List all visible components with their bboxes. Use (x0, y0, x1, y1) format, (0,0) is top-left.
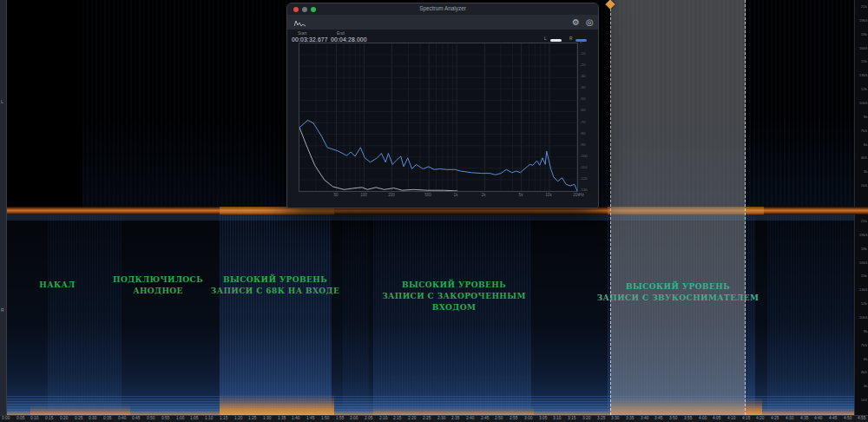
timeline-label: 2:55 (510, 416, 517, 420)
frequency-ruler-label: 15k (861, 59, 867, 63)
timeline-label: 3:50 (669, 416, 677, 420)
db-tick-label: -130 (580, 188, 588, 192)
db-tick-label: -10 (580, 51, 585, 56)
minimize-button[interactable] (302, 7, 307, 12)
timeline-label: 0:45 (132, 416, 140, 420)
frequency-tick-label: 10k (545, 193, 551, 197)
spectrum-plot-canvas (299, 43, 577, 191)
timeline-label: 2:20 (408, 416, 416, 420)
timeline-label: 1:05 (190, 416, 198, 420)
timeline-label: 2:05 (365, 416, 372, 420)
frequency-ruler-bottom[interactable]: 21k19k518k16k515k13k512k10k59k7k56k4k53k… (854, 214, 868, 415)
timeline-label: 3:35 (626, 416, 634, 420)
timeline-label: 0:10 (30, 416, 38, 420)
timeline-label: 3:25 (597, 416, 605, 420)
timeline-label: 0:25 (75, 416, 82, 420)
annotation-line: ЗАПИСИ С ЗАКОРОЧЕННЫМ (382, 291, 526, 302)
timeline-label: 3:55 (684, 416, 692, 420)
timeline-label: 4:20 (756, 416, 764, 420)
end-label: End (337, 31, 345, 36)
frequency-ruler-label: 13k5 (858, 73, 867, 77)
frequency-ruler-label: 12k (861, 301, 867, 306)
timeline-ruler[interactable]: 0:000:050:100:150:200:250:300:350:400:45… (0, 415, 868, 422)
timeline-label: 0:20 (60, 416, 68, 420)
spectrogram-energy-band (767, 214, 868, 415)
spectrogram-energy-band (343, 214, 369, 415)
timeline-label: 3:05 (539, 416, 547, 420)
frequency-tick-label: 500 (424, 193, 431, 197)
db-tick-label: -70 (580, 120, 585, 124)
timeline-label: 2:25 (423, 416, 431, 420)
frequency-ruler-label: 9k (863, 115, 867, 119)
frequency-tick-label: 5k (518, 193, 523, 197)
legend-left-label[interactable]: L (544, 36, 547, 41)
annotation-label: ПОДКЛЮЧИЛОСЬАНОДНОЕ (113, 274, 203, 297)
timeline-label: 3:40 (641, 416, 648, 420)
annotation-line: ВХОДОМ (382, 302, 526, 313)
frequency-ruler-label: 18k (861, 32, 867, 36)
frequency-ruler-label: 10k5 (858, 101, 867, 105)
annotation-line: ВЫСОКИЙ УРОВЕНЬ (597, 281, 760, 293)
frequency-ruler-top[interactable]: 21k19k518k16k515k13k512k10k59k7k56k4k53k… (854, 0, 868, 207)
timeline-label: 0:55 (161, 416, 169, 420)
timeline-label: 1:25 (248, 416, 256, 420)
frequency-ruler-label: 6k (863, 357, 867, 361)
frequency-ruler-label: 1k5 (861, 398, 867, 402)
faint-spectral-streaks (82, 0, 291, 207)
frequency-ruler-label: 9k (863, 329, 867, 333)
timeline-label: 3:20 (582, 416, 590, 420)
close-button[interactable] (293, 7, 299, 12)
settings-gear-icon[interactable]: ⚙ (572, 16, 580, 29)
frequency-ruler-label: 7k5 (861, 343, 867, 347)
hz-unit-label: Hz (579, 193, 584, 197)
spectrum-curve-l (299, 128, 457, 191)
db-tick-label: -60 (580, 108, 585, 112)
snapshot-icon[interactable]: ◎ (586, 16, 594, 29)
timeline-label: 2:45 (481, 416, 489, 420)
timeline-label: 1:35 (278, 416, 286, 420)
time-selection-region[interactable] (610, 0, 746, 415)
timeline-label: 3:45 (654, 416, 662, 420)
spectrum-analyzer-window: Spectrum Analyzer ⚙ ◎ Start 00:03:32.677… (286, 3, 599, 208)
timeline-label: 2:10 (379, 416, 387, 420)
timeline-label: 4:25 (771, 416, 779, 420)
window-title: Spectrum Analyzer (319, 6, 567, 12)
frequency-ruler-label: 10k5 (858, 315, 867, 320)
timeline-label: 3:15 (568, 416, 575, 420)
annotation-line: ВЫСОКИЙ УРОВЕНЬ (382, 280, 526, 291)
frequency-ruler-label: 18k (861, 247, 867, 251)
db-tick-label: -20 (580, 63, 585, 67)
timeline-label: 1:45 (306, 416, 314, 420)
timeline-label: 4:05 (713, 416, 720, 420)
frequency-tick-label: 2k (482, 193, 486, 197)
timeline-label: 4:40 (814, 416, 822, 420)
timeline-label: 4:55 (858, 416, 865, 420)
frequency-ruler-label: 6k (863, 142, 867, 147)
timeline-label: 0:40 (118, 416, 126, 420)
audio-editor-app: L R 21k19k518k16k515k13k512k10k59k7k56k4… (0, 0, 868, 422)
annotation-line: НАКАЛ (39, 280, 75, 291)
timeline-label: 1:30 (263, 416, 271, 420)
timeline-label: 4:10 (727, 416, 735, 420)
spectrum-curve-r (299, 120, 577, 191)
frequency-ruler-label: 19k5 (858, 233, 867, 237)
spectrum-plot (299, 43, 578, 192)
timeline-label: 3:00 (524, 416, 532, 420)
db-tick-label: -90 (580, 142, 585, 147)
legend-right-label[interactable]: R (569, 36, 572, 41)
frequency-tick-label: 50 (333, 193, 338, 197)
frequency-ruler-label: 4k5 (861, 370, 867, 374)
window-titlebar[interactable]: Spectrum Analyzer (287, 3, 598, 16)
channel-label-right: R (1, 307, 4, 313)
frequency-ruler-label: 12k (861, 87, 867, 91)
frequency-tick-label: 200 (388, 193, 395, 197)
timeline-label: 1:40 (292, 416, 299, 420)
frequency-ruler-label: 16k5 (858, 46, 867, 50)
timeline-label: 4:15 (742, 416, 750, 420)
frequency-ruler-label: 13k5 (858, 287, 867, 292)
legend-left-swatch[interactable] (550, 39, 562, 42)
timeline-label: 0:15 (45, 416, 53, 420)
spectrogram-energy-band (220, 214, 332, 415)
frequency-ruler-label: 21k (861, 4, 867, 9)
zoom-button[interactable] (311, 7, 316, 12)
